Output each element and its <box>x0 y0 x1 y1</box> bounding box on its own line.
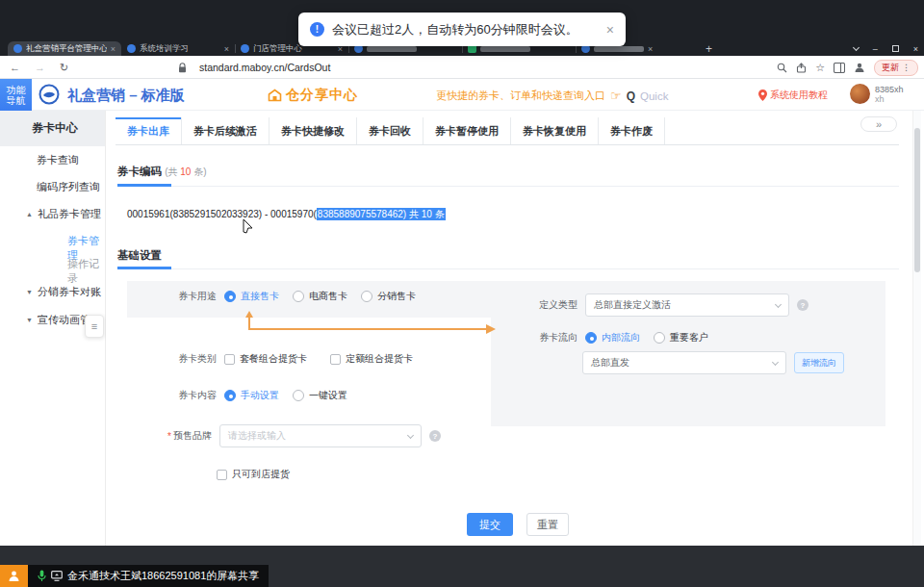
card-flow-label: 券卡流向 <box>539 331 578 345</box>
tab-card-recycle[interactable]: 券卡回收 <box>357 117 424 144</box>
help-icon[interactable]: ? <box>797 299 808 311</box>
define-type-label: 定义类型 <box>539 298 578 312</box>
radio-manual-setup[interactable]: 手动设置 <box>224 389 279 402</box>
radio-icon <box>293 291 304 302</box>
basic-settings-title: 基础设置 <box>117 248 162 263</box>
card-content-row: 券卡内容 手动设置 一键设置 <box>178 389 361 402</box>
share-center-link[interactable]: 仓分享中心 <box>268 87 358 104</box>
tab-card-followup-activation[interactable]: 券卡后续激活 <box>182 117 270 144</box>
user-name: 8385xh <box>875 85 904 94</box>
sidebar-item-code-sequence-query[interactable]: 编码序列查询 <box>37 180 100 194</box>
mouse-cursor <box>243 218 253 238</box>
window-close-button[interactable]: × <box>913 44 918 54</box>
radio-distribution-sale[interactable]: 分销售卡 <box>361 290 416 303</box>
tab-close-icon[interactable]: × <box>648 44 653 54</box>
tab-card-void[interactable]: 券卡作废 <box>599 117 665 144</box>
guide-arrow <box>244 310 498 340</box>
browser-tab-active[interactable]: 礼盒营销平台管理中心 × <box>8 41 121 56</box>
radio-direct-sale[interactable]: 直接售卡 <box>224 290 279 303</box>
menu-dots-icon[interactable]: ⋮ <box>902 63 911 72</box>
radio-icon <box>293 390 304 401</box>
sidebar-item-operation-log[interactable]: 操作记录 <box>67 257 105 286</box>
sidebar-collapse-handle[interactable]: ≡ <box>85 315 104 338</box>
radio-icon <box>361 291 372 302</box>
quick-label: Quick <box>640 90 668 102</box>
checkbox-fixed-combo-card[interactable]: 定额组合提货卡 <box>330 352 413 366</box>
share-icon[interactable] <box>796 63 807 73</box>
user-avatar <box>850 84 870 104</box>
select-value: 总部直发 <box>591 356 629 370</box>
sidebar-item-card-query[interactable]: 券卡查询 <box>37 153 79 167</box>
reset-button[interactable]: 重置 <box>526 513 569 536</box>
card-usage-row: 券卡用途 直接售卡 电商售卡 分销售卡 <box>178 290 429 303</box>
checkbox-icon <box>224 354 235 365</box>
browser-tab-title: 礼盒营销平台管理中心 <box>26 43 107 55</box>
tab-title-hidden <box>480 46 530 52</box>
presale-brand-select[interactable]: 请选择或输入 <box>219 424 422 447</box>
url-text[interactable]: standard.maboy.cn/CardsOut <box>199 56 330 79</box>
select-value: 总部直接定义激活 <box>594 298 671 312</box>
submit-button[interactable]: 提交 <box>467 513 513 536</box>
lock-icon[interactable] <box>178 56 187 79</box>
help-icon[interactable]: ? <box>429 430 441 442</box>
add-flow-button[interactable]: 新增流向 <box>794 352 844 373</box>
presale-brand-row: * 预售品牌 请选择或输入 ? <box>167 424 441 447</box>
section-active-underline <box>117 184 171 187</box>
card-category-row: 券卡类别 套餐组合提货卡 定额组合提货卡 <box>178 352 426 366</box>
tab-card-outbound[interactable]: 券卡出库 <box>116 117 182 144</box>
tab-close-icon[interactable]: × <box>111 44 116 54</box>
quick-search-icon: Q <box>627 89 635 103</box>
back-icon[interactable]: ← <box>10 56 20 79</box>
side-panel-icon[interactable] <box>834 63 845 73</box>
checkbox-icon <box>330 354 341 365</box>
forward-icon[interactable]: → <box>35 56 45 79</box>
profile-icon[interactable] <box>854 62 865 73</box>
form-actions: 提交 重置 <box>467 513 569 536</box>
card-code-range: 00015961(8385291502033923) - 00015970(83… <box>127 208 446 221</box>
more-tabs-button[interactable]: » <box>860 116 897 132</box>
scrollbar-thumb[interactable] <box>914 128 920 272</box>
radio-ecommerce-sale[interactable]: 电商售卡 <box>293 290 347 303</box>
location-pin-icon <box>758 89 767 101</box>
sidebar-item-distribution-reconciliation[interactable]: ▼ 分销券卡对账 <box>26 285 101 299</box>
radio-internal-flow[interactable]: 内部流向 <box>585 331 640 345</box>
card-category-label: 券卡类别 <box>178 352 217 366</box>
new-tab-button[interactable]: + <box>706 42 712 56</box>
tab-card-quick-edit[interactable]: 券卡快捷修改 <box>270 117 357 144</box>
quick-entry[interactable]: 更快捷的券卡、订单和快递查询入口 ☞ Q Quick <box>436 89 668 103</box>
tab-search-icon[interactable] <box>853 44 860 51</box>
define-type-select[interactable]: 总部直接定义激活 <box>585 294 789 317</box>
radio-one-click-setup[interactable]: 一键设置 <box>293 389 347 402</box>
reload-icon[interactable]: ↻ <box>60 56 68 79</box>
checkbox-package-combo-card[interactable]: 套餐组合提货卡 <box>224 352 307 366</box>
bookmark-star-icon[interactable]: ☆ <box>815 62 825 74</box>
zoom-icon[interactable] <box>777 63 787 73</box>
sidebar-title: 券卡中心 <box>0 111 105 146</box>
toast-close-icon[interactable]: × <box>606 22 614 38</box>
flow-select[interactable]: 总部直发 <box>582 351 786 374</box>
function-nav-badge[interactable]: 功能 导航 <box>0 79 32 111</box>
info-icon: ! <box>310 22 324 37</box>
tab-close-icon[interactable]: × <box>224 44 229 54</box>
radio-icon <box>224 291 236 302</box>
sharer-avatar-icon <box>0 565 28 587</box>
system-tutorial-link[interactable]: 系统使用教程 <box>758 89 828 102</box>
tab-card-suspend[interactable]: 券卡暂停使用 <box>424 117 511 144</box>
checkbox-store-pickup-only[interactable]: 只可到店提货 <box>217 468 290 481</box>
user-account[interactable]: 8385xh xh <box>850 84 904 104</box>
window-maximize-button[interactable] <box>892 45 899 52</box>
chevron-down-icon <box>772 359 779 366</box>
card-action-tabs: 券卡出库 券卡后续激活 券卡快捷修改 券卡回收 券卡暂停使用 券卡恢复使用 券卡… <box>116 117 899 145</box>
sidebar-item-gift-card-management[interactable]: ▲ 礼品券卡管理 <box>26 207 101 221</box>
radio-important-customer[interactable]: 重要客户 <box>654 331 708 345</box>
menu-icon: ≡ <box>91 320 97 332</box>
double-chevron-icon: » <box>876 119 882 130</box>
window-minimize-button[interactable]: – <box>873 44 878 54</box>
scrollbar-track[interactable] <box>912 111 921 546</box>
browser-update-button[interactable]: 更新 ⋮ <box>874 60 918 76</box>
sidebar: 券卡中心 券卡查询 编码序列查询 ▲ 礼品券卡管理 券卡管理 操作记录 ▼ 分销… <box>0 111 106 546</box>
radio-icon <box>224 390 236 401</box>
browser-tab[interactable]: 系统培训学习 × <box>121 41 235 56</box>
tab-card-resume[interactable]: 券卡恢复使用 <box>511 117 599 144</box>
section-divider <box>117 268 899 269</box>
